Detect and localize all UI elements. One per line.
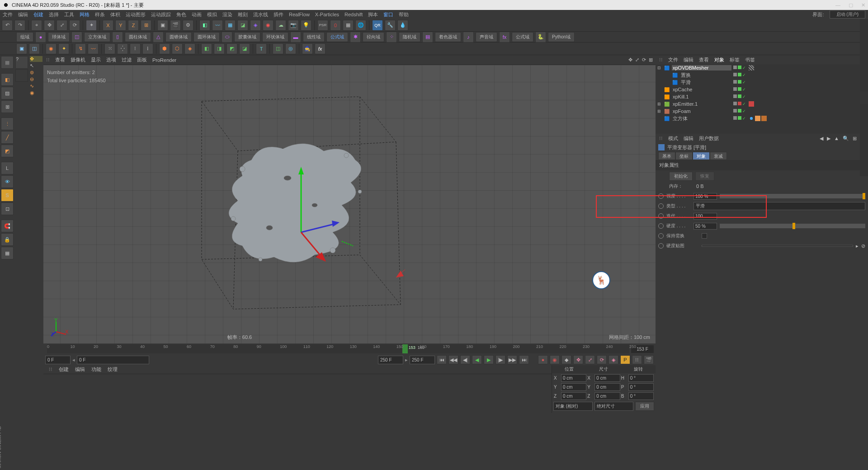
object-name[interactable]: 平滑 — [680, 79, 731, 86]
om-file[interactable]: 文件 — [668, 56, 678, 63]
generator[interactable]: ◪ — [237, 20, 248, 31]
field-capsule[interactable]: 胶囊体域 — [234, 32, 260, 42]
goto-end[interactable]: ⏭ — [519, 355, 529, 364]
expand-icon[interactable]: ⊟ — [657, 66, 662, 70]
y-axis-toggle[interactable]: Y — [115, 20, 126, 31]
field-sphere[interactable]: 球体域 — [48, 32, 70, 42]
menu-plugins[interactable]: 插件 — [274, 11, 283, 18]
range-end1[interactable]: 250 F — [378, 356, 403, 364]
menu-create[interactable]: 创建 — [33, 11, 43, 18]
xp-05[interactable]: ↯ — [75, 43, 86, 54]
tag-icon[interactable] — [749, 101, 754, 107]
coord-apply-button[interactable]: 应用 — [635, 402, 654, 411]
menu-select[interactable]: 选择 — [49, 11, 59, 18]
om-view[interactable]: 查看 — [699, 56, 709, 63]
magnet[interactable]: 🧲 — [1, 220, 14, 232]
vt-select[interactable]: ↖ — [30, 63, 42, 69]
hierarchy-row[interactable]: 🟧xpCache✓ — [656, 86, 868, 93]
menu-window[interactable]: 窗口 — [383, 11, 393, 18]
pos-input[interactable]: 0 cm — [561, 374, 586, 382]
xp-17[interactable]: ◪ — [239, 43, 250, 54]
coord-mode-dropdown[interactable]: 对象 (相对) — [553, 402, 593, 411]
attr-back-icon[interactable]: ◀ — [820, 136, 823, 141]
xp-13[interactable]: ◈ — [184, 43, 195, 54]
axis-mode[interactable]: L — [1, 162, 14, 174]
hierarchy-row[interactable]: ⊞🟩xpEmitter.1✓ — [656, 100, 868, 108]
field[interactable]: ◉ — [263, 20, 274, 31]
size-input[interactable]: 0 cm — [594, 383, 620, 391]
global-toggle[interactable]: ⊞ — [141, 20, 151, 31]
pos-input[interactable]: 0 cm — [561, 392, 586, 400]
tag-icon[interactable] — [749, 65, 754, 70]
tool-a[interactable]: 🔧 — [385, 20, 396, 31]
xp-21[interactable]: 🧙 — [302, 43, 313, 54]
field-linear[interactable]: 线性域 — [303, 32, 325, 42]
select-tool[interactable]: ⌖ — [31, 20, 42, 31]
menu-volume[interactable]: 体积 — [110, 11, 120, 18]
menu-mograph[interactable]: 运动图形 — [126, 11, 146, 18]
workplane-mode[interactable]: ⊞ — [1, 100, 14, 113]
object-name[interactable]: xpFoam — [672, 108, 731, 114]
field-formula2[interactable]: 公式域 — [512, 32, 533, 42]
vp-navicon-4[interactable]: ⊞ — [649, 57, 653, 63]
om-object[interactable]: 对象 — [714, 56, 724, 63]
field-sound[interactable]: 声音域 — [476, 32, 497, 42]
vp-display[interactable]: 显示 — [91, 56, 101, 63]
strength-slider[interactable] — [720, 194, 865, 198]
enable-check[interactable]: ✓ — [742, 87, 746, 92]
object-name[interactable]: xpKill.1 — [672, 94, 731, 99]
menu-edit[interactable]: 编辑 — [18, 11, 28, 18]
visibility-dot[interactable] — [738, 66, 741, 69]
hierarchy-row[interactable]: 🟧xpKill.1✓ — [656, 93, 868, 100]
vp-camera[interactable]: 摄像机 — [71, 56, 85, 63]
menu-help[interactable]: 帮助 — [399, 11, 409, 18]
xp-03[interactable]: ◉ — [46, 43, 57, 54]
point-mode[interactable]: ⋮ — [1, 118, 14, 130]
field-capsule-icon[interactable]: ⬭ — [222, 32, 232, 42]
workplane[interactable]: ⊡ — [1, 202, 14, 215]
undo-button[interactable]: ↶ — [2, 20, 13, 31]
key-r[interactable]: ◈ — [609, 355, 618, 364]
tex-button[interactable]: ▦ — [343, 20, 354, 31]
hierarchy-row[interactable]: ⊞🟫xpFoam✓ — [656, 108, 868, 115]
menu-sculpt[interactable]: 雕刻 — [238, 11, 248, 18]
object-name[interactable]: xpOVDBMesher — [672, 65, 731, 70]
object-name[interactable]: xpCache — [672, 87, 731, 92]
field-cone[interactable]: 圆锥体域 — [165, 32, 192, 42]
scale-tool[interactable]: ⤢ — [57, 20, 67, 31]
field-python[interactable]: Python域 — [548, 32, 575, 42]
camera[interactable]: 📷 — [288, 20, 299, 31]
key-s[interactable]: ⟳ — [597, 355, 607, 364]
vp-prorender[interactable]: ProRender — [152, 57, 176, 63]
key-pla[interactable]: P — [620, 355, 630, 364]
visibility-dot[interactable] — [733, 94, 737, 98]
om-tags[interactable]: 标签 — [730, 56, 740, 63]
volume-primitive[interactable]: ▦ — [225, 20, 236, 31]
object-name[interactable]: 立方体 — [672, 115, 731, 122]
tool-b[interactable]: 💧 — [397, 20, 408, 31]
menu-script[interactable]: 脚本 — [368, 11, 378, 18]
snap-toggle[interactable]: S — [1, 189, 14, 202]
attr-fwd-icon[interactable]: ▶ — [827, 136, 830, 141]
visibility-dot[interactable] — [738, 109, 741, 113]
visibility-dot[interactable] — [738, 102, 741, 105]
next-frame[interactable]: |▶ — [495, 355, 505, 364]
menu-motiontrack[interactable]: 运动跟踪 — [151, 11, 171, 18]
autokey[interactable]: ◉ — [550, 355, 560, 364]
field-cylinder-icon[interactable]: ▯ — [112, 32, 123, 42]
hard-keyable[interactable] — [658, 223, 664, 229]
environment[interactable]: ☁ — [275, 20, 286, 31]
attr-up-icon[interactable]: ▲ — [834, 136, 839, 141]
texture-mode[interactable]: ▨ — [1, 87, 14, 99]
strength-keyable[interactable] — [658, 193, 664, 199]
field-ring[interactable]: 环状体域 — [262, 32, 288, 42]
xp-06[interactable]: 〰 — [88, 43, 99, 54]
visibility-dot[interactable] — [733, 109, 737, 113]
qr-button[interactable]: QR — [372, 20, 383, 31]
hardmap-field[interactable] — [702, 245, 853, 247]
strength-input[interactable]: 100 % — [693, 193, 717, 200]
goto-start[interactable]: ⏮ — [437, 355, 447, 364]
xp-15[interactable]: ◨ — [214, 43, 225, 54]
field-linear-icon[interactable]: ▬ — [290, 32, 301, 42]
enable-check[interactable]: ✓ — [742, 66, 746, 70]
